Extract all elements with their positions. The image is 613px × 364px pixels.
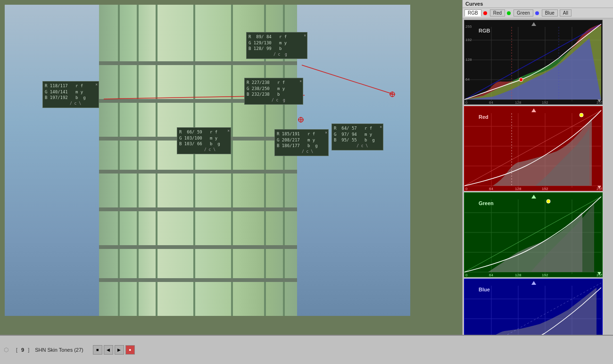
svg-text:64: 64	[489, 100, 493, 105]
svg-point-62	[547, 199, 550, 203]
sample-6-g: G 97/ 94 m y	[334, 132, 381, 138]
sample-1-extra: / c \	[45, 101, 97, 106]
svg-text:128: 128	[515, 273, 522, 277]
sample-1-g: G 140/141 m y	[45, 89, 97, 95]
svg-point-18	[519, 78, 523, 82]
canvas-area: × R 118/117 r f G 140/141 m y B 197/192 …	[0, 0, 462, 335]
layer-bracket-close: ]	[28, 347, 29, 353]
svg-text:64: 64	[489, 187, 493, 191]
sample-5-r: R 185/191 r f	[277, 131, 326, 137]
curves-panel: Curves RGB Red Green Blue All	[462, 0, 613, 335]
stop-btn[interactable]: ■	[93, 345, 102, 355]
rewind-btn[interactable]: ◀	[104, 345, 113, 355]
tab-rgb[interactable]: RGB	[464, 9, 481, 17]
svg-marker-52	[531, 195, 536, 199]
sky-right	[297, 5, 410, 240]
forward-btn[interactable]: ▶	[115, 345, 124, 355]
sample-box-1[interactable]: × R 118/117 r f G 140/141 m y B 197/192 …	[42, 81, 99, 108]
sample-4-b: B 232/238 b	[247, 91, 301, 98]
sample-4-extra: / c g	[247, 98, 301, 103]
tab-dot-green	[507, 11, 511, 15]
curve-block-red: 0 64 128 192 255 Red	[464, 106, 612, 191]
svg-text:Green: Green	[479, 200, 494, 206]
sample-box-6[interactable]: × R 64/ 57 r f G 97/ 94 m y B 95/ 55 b g…	[331, 124, 383, 150]
tower-bar	[99, 278, 297, 282]
svg-text:128: 128	[515, 100, 522, 105]
sample-5-b: B 186/177 b g	[277, 143, 326, 149]
sample-2-b: B 128/ 99 b	[249, 46, 305, 52]
sample-1-r: R 118/117 r f	[45, 83, 97, 89]
ground-left	[5, 240, 99, 316]
svg-text:0: 0	[465, 97, 468, 101]
sample-box-5[interactable]: × R 185/191 r f G 208/217 m y B 186/177 …	[274, 129, 329, 156]
close-icon[interactable]: ×	[299, 79, 302, 84]
tab-blue[interactable]: Blue	[542, 9, 558, 17]
sample-6-r: R 64/ 57 r f	[334, 125, 381, 132]
close-icon[interactable]: ×	[325, 130, 327, 135]
sample-6-b: B 95/ 55 b g	[334, 137, 381, 143]
curve-block-blue: 0 64 128 192 255 Blue	[464, 279, 612, 335]
sample-5-g: G 208/217 m y	[277, 137, 326, 143]
svg-text:64: 64	[465, 77, 470, 82]
sample-box-4[interactable]: × R 227/238 r f G 238/250 m y B 232/238 …	[244, 78, 303, 105]
sample-2-g: G 129/130 m y	[249, 40, 305, 46]
photo-background: × R 118/117 r f G 140/141 m y B 197/192 …	[5, 5, 410, 316]
close-icon[interactable]: ×	[95, 82, 98, 87]
record-btn[interactable]: ●	[125, 345, 135, 355]
tower-bar	[99, 170, 297, 174]
svg-text:Blue: Blue	[479, 287, 490, 292]
curve-block-green: 0 64 128 192 255 Green	[464, 192, 612, 277]
sample-6-extra: / c \	[334, 143, 381, 149]
tab-dot-red	[483, 11, 487, 15]
close-icon[interactable]: ×	[380, 124, 382, 130]
svg-text:128: 128	[515, 187, 522, 191]
sample-3-g: G 103/100 m y	[179, 135, 229, 141]
curve-block-rgb: 0 64 128 192 255 0 64 128 192 255 RGB	[464, 20, 612, 105]
tower-bar	[99, 61, 297, 65]
tower-bar	[99, 245, 297, 249]
tower-bar	[99, 207, 297, 211]
svg-text:RGB: RGB	[479, 28, 490, 33]
sample-box-3[interactable]: × R 66/ 59 r f G 103/100 m y B 103/ 66 b…	[177, 127, 231, 154]
svg-text:64: 64	[489, 273, 493, 277]
sky-left	[5, 5, 99, 240]
svg-text:255: 255	[596, 100, 603, 105]
svg-text:255: 255	[596, 273, 603, 277]
svg-marker-70	[531, 281, 536, 285]
sample-2-r: R 89/ 84 r f	[249, 34, 305, 40]
sample-1-b: B 197/192 b g	[45, 95, 97, 101]
tab-dot-blue	[535, 11, 539, 15]
svg-text:192: 192	[542, 273, 548, 277]
tab-green[interactable]: Green	[514, 9, 533, 17]
tab-red[interactable]: Red	[490, 9, 505, 17]
sample-box-2[interactable]: × R 89/ 84 r f G 129/130 m y B 128/ 99 b…	[246, 32, 307, 59]
sample-5-extra: / c \	[277, 149, 326, 154]
svg-text:192: 192	[542, 187, 548, 191]
svg-marker-33	[531, 108, 536, 112]
sample-2-extra: / c g	[249, 52, 305, 57]
close-icon[interactable]: ×	[304, 33, 306, 38]
resize-handle[interactable]: ⬡	[4, 347, 8, 353]
svg-text:192: 192	[542, 100, 548, 105]
sample-3-extra: / c \	[179, 147, 229, 152]
svg-text:255: 255	[465, 25, 472, 29]
svg-text:128: 128	[465, 58, 472, 62]
sample-3-b: B 103/ 66 b g	[179, 141, 229, 147]
tab-all[interactable]: All	[560, 9, 572, 17]
svg-marker-8	[531, 22, 536, 26]
layer-indicator: 9	[21, 347, 24, 353]
sample-4-g: G 238/250 m y	[247, 86, 301, 92]
svg-text:0: 0	[465, 187, 468, 191]
svg-text:192: 192	[465, 38, 472, 42]
bottom-bar: ⬡ [ 9 ] SHN Skin Tones (27) ■ ◀ ▶ ●	[0, 335, 613, 364]
curves-scroll[interactable]: 0 64 128 192 255 0 64 128 192 255 RGB	[463, 18, 613, 335]
svg-text:0: 0	[465, 273, 468, 277]
svg-point-43	[580, 113, 583, 117]
close-icon[interactable]: ×	[227, 128, 230, 133]
svg-text:Red: Red	[479, 114, 489, 120]
ground-right	[297, 240, 410, 316]
sample-4-r: R 227/238 r f	[247, 80, 301, 86]
sample-3-r: R 66/ 59 r f	[179, 129, 229, 135]
curves-title: Curves	[463, 0, 613, 8]
layer-bracket-open: [	[16, 347, 17, 353]
